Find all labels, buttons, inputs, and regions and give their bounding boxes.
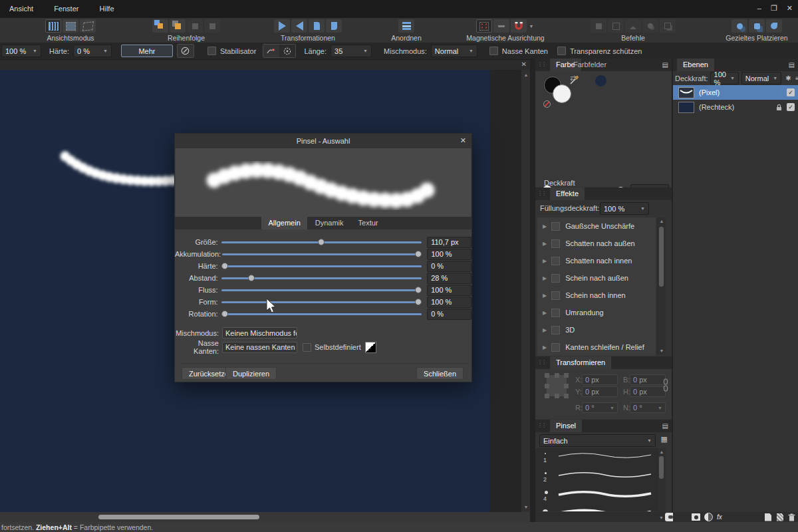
- move-to-front-icon[interactable]: [152, 19, 168, 33]
- effect-checkbox[interactable]: [551, 257, 560, 265]
- brush-grid-view-icon[interactable]: ▦: [661, 435, 668, 444]
- panel-menu-icon[interactable]: ▤: [789, 61, 795, 68]
- brush-item-4[interactable]: 4: [535, 487, 657, 506]
- new-layer-icon[interactable]: [765, 513, 771, 521]
- duplicate-button[interactable]: Duplizieren: [225, 367, 277, 380]
- command-icon-4[interactable]: [642, 19, 658, 33]
- arrange-icon[interactable]: [398, 19, 414, 33]
- haerte-value-field[interactable]: 0 %: [427, 261, 471, 272]
- brush-engine-icon[interactable]: [177, 44, 194, 58]
- fluss-value-field[interactable]: 100 %: [427, 285, 471, 296]
- scroll-down-icon[interactable]: ▼: [521, 505, 531, 509]
- scroll-down-icon[interactable]: ▼: [659, 515, 664, 520]
- minimize-button[interactable]: –: [757, 4, 761, 13]
- rotation-field[interactable]: 0 °▼: [582, 402, 618, 413]
- effect-row-inner-glow[interactable]: ▶Schein nach innen: [537, 287, 656, 305]
- haerte-slider[interactable]: [221, 265, 422, 267]
- custom-checkbox[interactable]: [303, 343, 311, 352]
- brush-category-dropdown[interactable]: Einfach▼: [539, 434, 656, 447]
- menu-ansicht[interactable]: Ansicht: [0, 0, 43, 13]
- rotation-slider[interactable]: [221, 313, 422, 315]
- restore-button[interactable]: ❐: [771, 4, 777, 13]
- layer-lock-icon[interactable]: [795, 74, 798, 82]
- pinsel-scrollbar[interactable]: ▲: [657, 448, 666, 511]
- move-forward-icon[interactable]: [170, 19, 186, 33]
- effect-checkbox[interactable]: [551, 222, 560, 231]
- layer-row-pixel[interactable]: (Pixel) ✓: [673, 85, 798, 100]
- hardness-dropdown[interactable]: 0 %▼: [73, 45, 112, 57]
- rotate-right-icon[interactable]: [326, 19, 342, 33]
- horizontal-scrollbar[interactable]: [0, 512, 532, 522]
- delete-layer-trash-icon[interactable]: [788, 513, 795, 521]
- place-circle-square-icon[interactable]: [732, 19, 747, 33]
- effect-row-bevel[interactable]: ▶Kanten schleifen / Relief: [537, 338, 656, 356]
- tab-dynamik[interactable]: Dynamik: [309, 217, 350, 229]
- mask-layer-icon[interactable]: [692, 513, 700, 521]
- effect-checkbox[interactable]: [551, 291, 560, 300]
- tab-transformieren[interactable]: Transformieren: [550, 356, 611, 369]
- document-close-icon[interactable]: ✕: [521, 61, 527, 68]
- effect-row-outline[interactable]: ▶Umrandung: [537, 304, 656, 322]
- effect-row-outer-shadow[interactable]: ▶Schatten nach außen: [537, 235, 656, 253]
- layer-locked-icon[interactable]: [776, 104, 782, 111]
- view-mode-distort-icon[interactable]: [80, 19, 96, 33]
- view-mode-grid-icon[interactable]: [45, 19, 61, 33]
- layer-thumbnail[interactable]: [678, 102, 694, 113]
- effekte-scrollbar[interactable]: ▲ ▼: [657, 217, 666, 354]
- layer-blend-dropdown[interactable]: Normal▼: [741, 72, 781, 84]
- groesse-value-field[interactable]: 110,7 px: [427, 237, 471, 248]
- layer-visibility-checkbox[interactable]: ✓: [787, 88, 795, 96]
- adjustment-layer-icon[interactable]: [704, 513, 713, 521]
- command-icon-3[interactable]: [625, 19, 641, 33]
- stabilizer-checkbox[interactable]: [207, 47, 216, 55]
- tab-farbfelder[interactable]: Farbfelder: [567, 59, 612, 70]
- snap-grid-icon[interactable]: [476, 19, 492, 33]
- width-field[interactable]: 0 px: [630, 374, 666, 385]
- brush-item-2[interactable]: 2: [535, 467, 657, 487]
- close-dialog-button[interactable]: Schließen: [416, 367, 464, 380]
- slider-thumb[interactable]: [248, 275, 255, 281]
- protect-alpha-checkbox[interactable]: [557, 47, 566, 55]
- dialog-close-icon[interactable]: ✕: [460, 136, 466, 145]
- panel-menu-icon[interactable]: ▤: [662, 422, 668, 430]
- move-to-back-icon[interactable]: [204, 19, 220, 33]
- scroll-down-icon[interactable]: ▼: [658, 348, 666, 353]
- window-stabilizer-icon[interactable]: [279, 45, 295, 57]
- akkumulation-value-field[interactable]: 100 %: [427, 249, 471, 260]
- brush-item-1[interactable]: 1: [535, 448, 657, 467]
- flip-horizontal-icon[interactable]: [274, 19, 290, 33]
- height-field[interactable]: 0 px: [630, 386, 666, 397]
- panel-drag-handle[interactable]: ⋮⋮: [537, 359, 545, 365]
- tab-allgemein[interactable]: Allgemein: [261, 217, 307, 229]
- wet-edges-checkbox[interactable]: [489, 47, 498, 55]
- effect-checkbox[interactable]: [551, 309, 560, 317]
- layer-visibility-checkbox[interactable]: ✓: [787, 103, 795, 111]
- pinsel-scroll-thumb[interactable]: [659, 456, 664, 479]
- scroll-up-icon[interactable]: ▲: [658, 219, 666, 223]
- rotation-value-field[interactable]: 0 %: [427, 309, 471, 320]
- form-slider[interactable]: [221, 301, 422, 303]
- move-backward-icon[interactable]: [187, 19, 203, 33]
- tab-pinsel[interactable]: Pinsel: [550, 420, 582, 432]
- command-icon-5[interactable]: [660, 19, 676, 33]
- slider-thumb[interactable]: [221, 263, 228, 269]
- abstand-value-field[interactable]: 28 %: [427, 273, 471, 284]
- fluss-slider[interactable]: [221, 289, 422, 291]
- y-field[interactable]: 0 px: [582, 386, 618, 397]
- dialog-wet-edges-dropdown[interactable]: Keine nassen Kanten fest▼: [222, 342, 297, 353]
- length-dropdown[interactable]: 35▼: [331, 45, 372, 57]
- link-dimensions-icon[interactable]: [663, 378, 668, 392]
- snapping-magnet-icon[interactable]: [511, 19, 527, 33]
- flip-vertical-icon[interactable]: [291, 19, 307, 33]
- more-button[interactable]: Mehr: [121, 45, 173, 57]
- view-mode-single-icon[interactable]: [63, 19, 78, 33]
- effect-row-outer-glow[interactable]: ▶Schein nach außen: [537, 269, 656, 287]
- slider-thumb[interactable]: [415, 251, 422, 257]
- rotate-left-icon[interactable]: [309, 19, 325, 33]
- custom-curve-swatch[interactable]: [365, 342, 376, 353]
- close-button[interactable]: ✕: [787, 4, 793, 13]
- blend-mode-dropdown[interactable]: Normal▼: [431, 45, 477, 57]
- layer-settings-gear-icon[interactable]: ✱: [785, 74, 791, 82]
- menu-hilfe[interactable]: Hilfe: [90, 0, 124, 13]
- snap-candidates-icon[interactable]: [493, 19, 509, 33]
